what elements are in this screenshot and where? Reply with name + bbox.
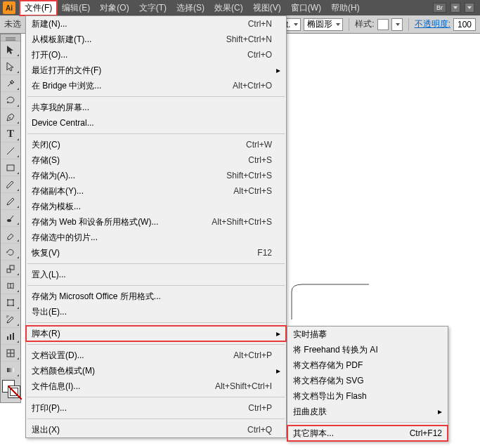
script-submenu-item[interactable]: 将文档导出为 Flash <box>287 388 448 404</box>
file-menu-item[interactable]: 在 Bridge 中浏览...Alt+Ctrl+O <box>26 78 286 93</box>
menu-object[interactable]: 对象(O) <box>95 1 134 15</box>
eraser-tool[interactable] <box>1 227 20 244</box>
file-menu-item[interactable]: 存储为(A)...Shift+Ctrl+S <box>26 168 286 183</box>
scale-tool[interactable] <box>1 261 20 277</box>
file-menu-item[interactable]: 存储为 Web 和设备所用格式(W)...Alt+Shift+Ctrl+S <box>26 214 286 230</box>
menu-help[interactable]: 帮助(H) <box>326 1 365 15</box>
file-menu-item[interactable]: Device Central... <box>26 115 286 131</box>
menu-item-shortcut: Alt+Ctrl+S <box>233 186 272 196</box>
menu-item-label: 存储(S) <box>32 154 248 166</box>
graph-tool[interactable] <box>1 328 20 345</box>
workspace-dropdown-icon[interactable] <box>465 3 474 13</box>
menu-item-label: 存储为 Web 和设备所用格式(W)... <box>32 216 212 228</box>
svg-point-10 <box>7 305 8 306</box>
selection-tool[interactable] <box>1 41 20 58</box>
file-menu-item[interactable]: 脚本(R)▸ <box>26 326 286 341</box>
paintbrush-tool[interactable] <box>1 176 20 193</box>
script-submenu-item[interactable]: 将文档存储为 SVG <box>287 373 448 388</box>
file-menu-item[interactable]: 打印(P)...Ctrl+P <box>26 400 286 416</box>
pencil-tool[interactable] <box>1 193 20 210</box>
file-menu-item[interactable]: 导出(E)... <box>26 304 286 319</box>
menubar: 文件(F) 编辑(E) 对象(O) 文字(T) 选择(S) 效果(C) 视图(V… <box>20 1 365 15</box>
menu-view[interactable]: 视图(V) <box>248 1 286 15</box>
script-submenu: 实时描摹将 Freehand 转换为 AI将文档存储为 PDF将文档存储为 SV… <box>287 326 448 442</box>
svg-point-13 <box>6 317 7 317</box>
menu-file[interactable]: 文件(F) <box>20 1 57 15</box>
script-submenu-item[interactable]: 将文档存储为 PDF <box>287 357 448 373</box>
script-submenu-item[interactable]: 其它脚本...Ctrl+F12 <box>287 426 448 441</box>
svg-rect-15 <box>7 336 8 340</box>
menu-select[interactable]: 选择(S) <box>171 1 209 15</box>
menu-item-label: 关闭(C) <box>32 139 246 151</box>
file-menu-item[interactable]: 打开(O)...Ctrl+O <box>26 47 286 62</box>
style-swatch[interactable] <box>377 19 389 30</box>
toolbox-grip[interactable] <box>1 34 20 41</box>
file-menu-item[interactable]: 文档设置(D)...Alt+Ctrl+P <box>26 348 286 363</box>
file-menu-item[interactable]: 关闭(C)Ctrl+W <box>26 137 286 152</box>
menu-edit[interactable]: 编辑(E) <box>57 1 95 15</box>
file-menu-item[interactable]: 最近打开的文件(F)▸ <box>26 62 286 78</box>
menu-effect[interactable]: 效果(C) <box>209 1 248 15</box>
direct-selection-tool[interactable] <box>1 58 20 75</box>
bridge-chip[interactable]: Br <box>433 3 446 13</box>
type-tool[interactable]: T <box>1 126 20 143</box>
file-menu-item[interactable]: 新建(N)...Ctrl+N <box>26 16 286 32</box>
script-submenu-item[interactable]: 实时描摹 <box>287 327 448 342</box>
submenu-arrow-icon: ▸ <box>438 407 442 416</box>
script-submenu-item[interactable]: 扭曲皮肤▸ <box>287 404 448 419</box>
menu-item-shortcut: Alt+Ctrl+O <box>233 81 272 91</box>
pen-tool[interactable] <box>1 109 20 126</box>
menu-item-shortcut: Ctrl+F12 <box>410 428 442 438</box>
submenu-arrow-icon: ▸ <box>276 65 280 75</box>
stroke-swatch[interactable] <box>8 386 20 398</box>
color-swatches[interactable] <box>1 378 20 402</box>
opacity-value[interactable]: 100 <box>453 18 476 31</box>
file-menu-item[interactable]: 从模板新建(T)...Shift+Ctrl+N <box>26 32 286 47</box>
script-submenu-item[interactable]: 将 Freehand 转换为 AI <box>287 342 448 357</box>
symbol-sprayer-tool[interactable] <box>1 311 20 328</box>
rectangle-tool[interactable] <box>1 159 20 176</box>
opacity-label[interactable]: 不透明度: <box>415 18 450 30</box>
stroke-shape-value: 椭圆形 <box>307 18 332 30</box>
toolbox: T <box>0 34 21 403</box>
file-menu-dropdown: 新建(N)...Ctrl+N从模板新建(T)...Shift+Ctrl+N打开(… <box>25 15 287 438</box>
menu-divider <box>27 263 285 264</box>
menu-divider <box>27 322 285 323</box>
menu-divider <box>27 133 285 134</box>
warp-tool[interactable] <box>1 277 20 294</box>
file-menu-item[interactable]: 共享我的屏幕... <box>26 100 286 115</box>
menu-item-shortcut: Ctrl+S <box>248 155 272 165</box>
rotate-tool[interactable] <box>1 244 20 261</box>
menu-item-label: 存储为模板... <box>32 201 272 213</box>
file-menu-item[interactable]: 存储选中的切片... <box>26 230 286 245</box>
menu-divider <box>27 344 285 345</box>
line-tool[interactable] <box>1 143 20 159</box>
menu-window[interactable]: 窗口(W) <box>286 1 326 15</box>
file-menu-item[interactable]: 存储为模板... <box>26 199 286 214</box>
free-transform-tool[interactable] <box>1 294 20 311</box>
top-right-controls: Br <box>433 3 480 13</box>
menu-item-label: 存储为 Microsoft Office 所用格式... <box>32 291 272 303</box>
gradient-tool[interactable] <box>1 362 20 378</box>
file-menu-item[interactable]: 存储副本(Y)...Alt+Ctrl+S <box>26 183 286 199</box>
menu-type[interactable]: 文字(T) <box>134 1 171 15</box>
menu-item-label: 在 Bridge 中浏览... <box>32 80 233 92</box>
stroke-shape-dropdown[interactable]: 椭圆形 <box>304 18 343 31</box>
app-icon: Ai <box>3 1 15 14</box>
submenu-arrow-icon: ▸ <box>276 329 280 338</box>
mesh-tool[interactable] <box>1 345 20 362</box>
file-menu-item[interactable]: 文档颜色模式(M)▸ <box>26 363 286 378</box>
file-menu-item[interactable]: 退出(X)Ctrl+Q <box>26 422 286 437</box>
magic-wand-tool[interactable] <box>1 75 20 92</box>
file-menu-item[interactable]: 存储为 Microsoft Office 所用格式... <box>26 289 286 304</box>
file-menu-item[interactable]: 置入(L)... <box>26 267 286 282</box>
menu-item-label: 导出(E)... <box>32 306 272 318</box>
submenu-arrow-icon: ▸ <box>276 366 280 376</box>
file-menu-item[interactable]: 文件信息(I)...Alt+Shift+Ctrl+I <box>26 378 286 394</box>
blob-brush-tool[interactable] <box>1 210 20 227</box>
file-menu-item[interactable]: 存储(S)Ctrl+S <box>26 152 286 168</box>
lasso-tool[interactable] <box>1 92 20 109</box>
file-menu-item[interactable]: 恢复(V)F12 <box>26 245 286 261</box>
style-dropdown[interactable] <box>391 18 403 31</box>
layout-dropdown-icon[interactable] <box>450 3 460 13</box>
